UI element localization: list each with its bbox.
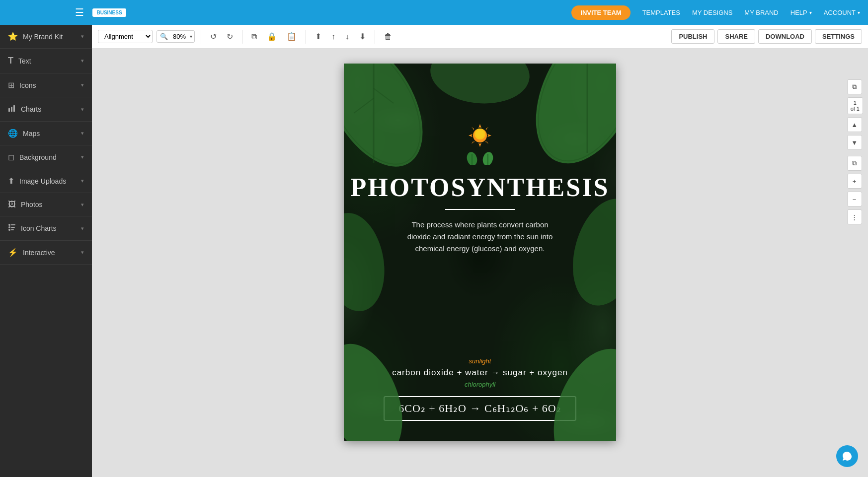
lock-button[interactable]: 🔒 <box>264 30 280 43</box>
leaf-icons-group <box>465 151 495 165</box>
send-backward-button[interactable]: ↓ <box>342 30 352 43</box>
sidebar-label-maps: Maps <box>23 130 40 137</box>
copy-page-button[interactable]: ⧉ <box>847 79 862 94</box>
zoom-chevron-icon: ▾ <box>188 32 194 41</box>
scroll-down-button[interactable]: ▼ <box>847 135 862 150</box>
share-button[interactable]: SHARE <box>717 29 755 44</box>
sun-icon <box>468 123 492 148</box>
nav-my-designs[interactable]: MY DESIGNS <box>692 9 732 16</box>
redo-button[interactable]: ↻ <box>224 30 236 43</box>
scroll-up-button[interactable]: ▲ <box>847 117 862 132</box>
toolbar-divider-2 <box>242 30 242 44</box>
svg-rect-3 <box>11 107 12 112</box>
sidebar-label-text: Text <box>18 57 31 65</box>
top-nav-links: TEMPLATES MY DESIGNS MY BRAND HELP▾ ACCO… <box>642 9 860 16</box>
nav-my-brand[interactable]: MY BRAND <box>744 9 778 16</box>
text-chevron-icon: ▾ <box>81 58 84 64</box>
sidebar-item-text[interactable]: T Text ▾ <box>0 49 92 73</box>
business-badge: BUSINESS <box>92 8 126 17</box>
nav-account[interactable]: ACCOUNT▾ <box>824 9 860 16</box>
sidebar-item-maps[interactable]: 🌐 Maps ▾ <box>0 122 92 145</box>
nav-templates[interactable]: TEMPLATES <box>642 9 680 16</box>
poster-description: The process where plants convert carbon … <box>400 219 559 255</box>
zoom-in-button[interactable]: + <box>847 174 862 189</box>
help-chevron-icon: ▾ <box>809 10 812 15</box>
publish-button[interactable]: PUBLISH <box>671 29 714 44</box>
sidebar-item-interactive[interactable]: ⚡ Interactive ▾ <box>0 241 92 265</box>
image-uploads-icon: ⬆ <box>8 176 14 186</box>
download-button[interactable]: DOWNLOAD <box>758 29 812 44</box>
sidebar-item-my-brand-kit[interactable]: ⭐ My Brand Kit ▾ <box>0 25 92 49</box>
svg-rect-10 <box>11 224 15 225</box>
sidebar-label-background: Background <box>19 153 57 161</box>
alignment-dropdown[interactable]: Alignment <box>98 30 153 43</box>
svg-marker-33 <box>472 141 474 144</box>
brand-kit-chevron-icon: ▾ <box>81 33 84 40</box>
svg-marker-31 <box>485 141 488 144</box>
maps-chevron-icon: ▾ <box>81 130 84 136</box>
maps-icon: 🌐 <box>8 129 18 138</box>
poster-canvas[interactable]: PHOTOSYNTHESIS The process where plants … <box>344 64 616 441</box>
sidebar-item-charts[interactable]: Charts ▾ <box>0 97 92 122</box>
bring-front-button[interactable]: ⬆ <box>312 30 324 43</box>
poster-content: PHOTOSYNTHESIS The process where plants … <box>344 64 616 294</box>
canvas-area: ⧉ 1 of 1 ▲ ▼ ⧉ + − ⋮ <box>92 49 868 477</box>
sidebar-label-image-uploads: Image Uploads <box>19 177 66 185</box>
svg-point-9 <box>8 224 10 226</box>
sidebar-label-icons: Icons <box>19 81 36 89</box>
delete-button[interactable]: 🗑 <box>381 30 395 43</box>
zoom-icon: 🔍 <box>157 31 171 42</box>
svg-point-18 <box>538 337 616 441</box>
zoom-control[interactable]: 🔍 80% ▾ <box>157 30 195 43</box>
account-chevron-icon: ▾ <box>858 10 860 15</box>
poster-divider <box>445 209 515 210</box>
sidebar-item-image-uploads[interactable]: ⬆ Image Uploads ▾ <box>0 169 92 193</box>
sidebar-label-icon-charts: Icon Charts <box>21 224 57 232</box>
text-icon: T <box>8 56 13 66</box>
leaf-left-icon <box>465 151 479 165</box>
leaf-right-icon <box>481 151 495 165</box>
settings-button[interactable]: SETTINGS <box>815 29 862 44</box>
photos-icon: 🖼 <box>8 200 16 209</box>
svg-marker-32 <box>485 127 488 130</box>
paste-button[interactable]: 📋 <box>284 30 300 43</box>
svg-rect-6 <box>11 227 15 228</box>
hamburger-icon[interactable]: ☰ <box>75 6 84 18</box>
left-sidebar: ☰ ⭐ My Brand Kit ▾ T Text ▾ ⊞ Icons ▾ <box>0 0 92 477</box>
sidebar-item-photos[interactable]: 🖼 Photos ▾ <box>0 193 92 216</box>
current-page: 1 <box>851 100 860 106</box>
sidebar-item-icon-charts[interactable]: Icon Charts ▾ <box>0 216 92 241</box>
undo-button[interactable]: ↺ <box>207 30 220 43</box>
sidebar-item-background[interactable]: ◻ Background ▾ <box>0 145 92 169</box>
sidebar-header: ☰ <box>0 0 92 25</box>
sidebar-item-icons[interactable]: ⊞ Icons ▾ <box>0 73 92 97</box>
sidebar-label-my-brand-kit: My Brand Kit <box>23 33 63 41</box>
total-pages: of 1 <box>851 106 860 112</box>
send-back-button[interactable]: ⬇ <box>356 30 369 43</box>
svg-rect-2 <box>8 108 10 112</box>
svg-marker-30 <box>472 127 474 130</box>
toolbar-divider-1 <box>201 30 201 44</box>
poster-design: PHOTOSYNTHESIS The process where plants … <box>344 64 616 441</box>
sidebar-label-photos: Photos <box>21 201 43 208</box>
toolbar-divider-4 <box>375 30 375 44</box>
background-icon: ◻ <box>8 152 14 162</box>
bring-forward-button[interactable]: ↑ <box>328 30 338 43</box>
publish-area: PUBLISH SHARE DOWNLOAD SETTINGS <box>671 25 868 49</box>
duplicate-button[interactable]: ⧉ <box>847 156 862 171</box>
nav-help[interactable]: HELP▾ <box>790 9 812 16</box>
sidebar-label-charts: Charts <box>21 105 41 113</box>
charts-chevron-icon: ▾ <box>81 106 84 113</box>
zoom-out-button[interactable]: − <box>847 192 862 206</box>
charts-icon <box>8 104 16 114</box>
svg-point-5 <box>8 226 10 228</box>
chat-button[interactable] <box>836 445 858 467</box>
page-number: 1 of 1 <box>847 97 863 114</box>
more-options-button[interactable]: ⋮ <box>847 209 862 224</box>
sidebar-label-interactive: Interactive <box>23 249 55 257</box>
right-panel-controls: ⧉ 1 of 1 ▲ ▼ ⧉ + − ⋮ <box>847 79 863 224</box>
poster-title: PHOTOSYNTHESIS <box>351 173 610 202</box>
invite-team-button[interactable]: INVITE TEAM <box>571 5 630 20</box>
svg-marker-29 <box>487 134 491 137</box>
copy-button[interactable]: ⧉ <box>248 30 260 43</box>
